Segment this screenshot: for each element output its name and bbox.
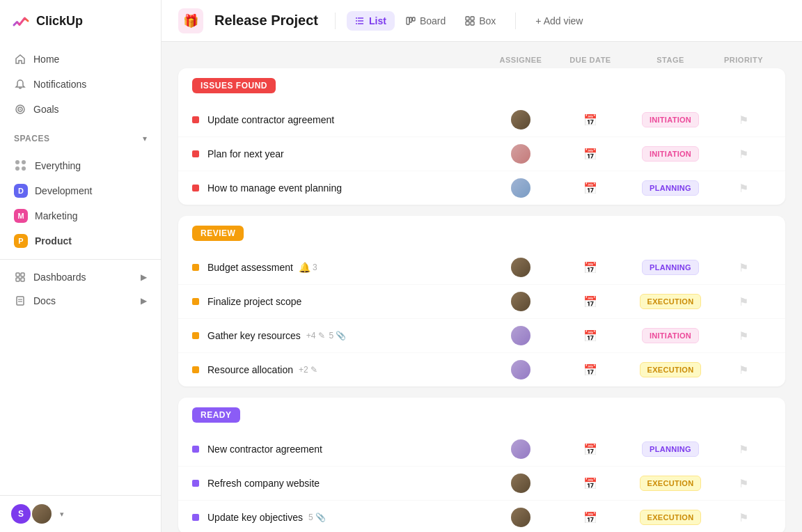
- user-avatar-initial: S: [11, 504, 31, 524]
- group-issues-found: ISSUES FOUND Update contractor agreement…: [178, 68, 785, 205]
- add-view-button[interactable]: + Add view: [527, 11, 591, 31]
- svg-rect-6: [21, 278, 24, 281]
- edit-icon2: ✎: [310, 365, 317, 375]
- task-priority: ⚑: [716, 363, 771, 377]
- sidebar-item-development[interactable]: D Development: [0, 178, 161, 203]
- dashboards-chevron-icon: ▶: [141, 272, 147, 282]
- stage-badge: INITIATION: [642, 328, 699, 343]
- user-menu-chevron-icon[interactable]: ▾: [60, 510, 64, 519]
- flag-icon: ⚑: [739, 261, 748, 274]
- task-priority: ⚑: [716, 295, 771, 308]
- table-row[interactable]: Gather key resources +4✎ 5📎 📅 INITIATION…: [178, 319, 785, 353]
- task-assignee: [486, 110, 556, 130]
- task-priority: ⚑: [716, 148, 771, 161]
- svg-point-13: [356, 17, 357, 19]
- task-due: 📅: [556, 477, 625, 490]
- task-assignee: [486, 508, 556, 527]
- view-tabs: List Board Box: [347, 11, 504, 31]
- group-review: REVIEW Budget assessment 🔔3 📅 PLANNING ⚑: [178, 216, 785, 386]
- svg-point-14: [356, 20, 357, 22]
- assignee-avatar: [511, 144, 530, 164]
- table-row[interactable]: Resource allocation +2✎ 📅 EXECUTION ⚑: [178, 353, 785, 386]
- assignee-avatar: [511, 508, 530, 527]
- task-stage: EXECUTION: [625, 476, 716, 491]
- svg-rect-16: [407, 17, 409, 24]
- calendar-icon: 📅: [583, 477, 597, 490]
- task-stage: EXECUTION: [625, 362, 716, 377]
- tab-list[interactable]: List: [347, 11, 395, 31]
- sidebar-item-product[interactable]: P Product: [0, 228, 161, 253]
- attach-value: 5: [329, 331, 334, 341]
- task-indicator-yellow: [192, 366, 199, 373]
- main-content: 🎁 Release Project List Board Box + Add v…: [162, 0, 802, 532]
- task-meta: +4✎ 5📎: [306, 331, 346, 341]
- sidebar-item-everything[interactable]: Everything: [0, 153, 161, 178]
- task-due: 📅: [556, 182, 625, 195]
- svg-rect-19: [466, 17, 469, 20]
- task-meta: +2✎: [299, 365, 317, 375]
- table-row[interactable]: Plan for next year 📅 INITIATION ⚑: [178, 137, 785, 171]
- flag-icon: ⚑: [739, 182, 748, 195]
- assignee-avatar: [511, 110, 530, 130]
- box-icon: [465, 16, 475, 26]
- paperclip-icon: 📎: [336, 331, 346, 341]
- nav-goals[interactable]: Goals: [6, 97, 155, 121]
- task-name-text: Budget assessment: [207, 262, 293, 273]
- spaces-label: Spaces: [14, 134, 49, 143]
- task-assignee: [486, 258, 556, 277]
- task-priority: ⚑: [716, 329, 771, 343]
- task-stage: PLANNING: [625, 180, 716, 196]
- tab-list-label: List: [369, 15, 386, 26]
- task-indicator-red: [192, 185, 199, 191]
- sidebar-item-docs[interactable]: Docs ▶: [0, 289, 161, 313]
- assignee-avatar: [511, 439, 530, 459]
- svg-rect-21: [466, 22, 469, 25]
- svg-rect-20: [471, 17, 474, 20]
- plus-count: +4: [306, 331, 316, 341]
- logo[interactable]: ClickUp: [0, 0, 161, 42]
- table-row[interactable]: Update key objectives 5📎 📅 EXECUTION ⚑: [178, 501, 785, 532]
- table-row[interactable]: How to manage event planning 📅 PLANNING …: [178, 171, 785, 205]
- task-priority: ⚑: [716, 114, 771, 127]
- plus-count2: +2: [299, 365, 308, 375]
- table-row[interactable]: Budget assessment 🔔3 📅 PLANNING ⚑: [178, 251, 785, 285]
- task-assignee: [486, 360, 556, 380]
- tab-board[interactable]: Board: [398, 11, 454, 31]
- edit-count2: +2✎: [299, 365, 317, 375]
- task-assignee: [486, 178, 556, 198]
- task-name-text: Finalize project scope: [207, 296, 301, 307]
- task-priority: ⚑: [716, 477, 771, 490]
- stage-badge: EXECUTION: [640, 510, 702, 525]
- tab-box-label: Box: [479, 15, 496, 26]
- top-bar: 🎁 Release Project List Board Box + Add v…: [162, 0, 802, 42]
- sidebar-item-development-label: Development: [35, 185, 93, 196]
- home-icon: [14, 53, 26, 65]
- tab-box[interactable]: Box: [457, 11, 504, 31]
- table-row[interactable]: Refresh company website 📅 EXECUTION ⚑: [178, 467, 785, 501]
- task-assignee: [486, 439, 556, 459]
- assignee-avatar: [511, 292, 530, 311]
- nav-notifications[interactable]: Notifications: [6, 72, 155, 96]
- table-row[interactable]: Update contractor agreement 📅 INITIATION…: [178, 103, 785, 137]
- table-row[interactable]: New contractor agreement 📅 PLANNING ⚑: [178, 432, 785, 467]
- spaces-chevron-icon[interactable]: ▾: [143, 134, 147, 143]
- table-row[interactable]: Finalize project scope 📅 EXECUTION ⚑: [178, 285, 785, 319]
- flag-icon: ⚑: [739, 363, 748, 377]
- logo-icon: [11, 11, 31, 31]
- svg-rect-4: [21, 273, 24, 276]
- col-priority-header: PRIORITY: [716, 56, 771, 64]
- assignee-avatar: [511, 474, 530, 493]
- flag-icon: ⚑: [739, 329, 748, 343]
- flag-icon: ⚑: [739, 148, 748, 161]
- paperclip-icon2: 📎: [315, 513, 326, 522]
- sidebar-item-marketing[interactable]: M Marketing: [0, 203, 161, 228]
- group-ready-header: READY: [178, 398, 785, 432]
- list-icon: [355, 16, 365, 26]
- sidebar-bottom: S ▾: [0, 495, 161, 532]
- sidebar-item-dashboards[interactable]: Dashboards ▶: [0, 265, 161, 289]
- nav-home[interactable]: Home: [6, 47, 155, 71]
- top-bar-divider: [335, 13, 336, 29]
- svg-rect-17: [409, 17, 411, 22]
- task-name-text: New contractor agreement: [207, 444, 322, 455]
- svg-rect-5: [16, 278, 19, 281]
